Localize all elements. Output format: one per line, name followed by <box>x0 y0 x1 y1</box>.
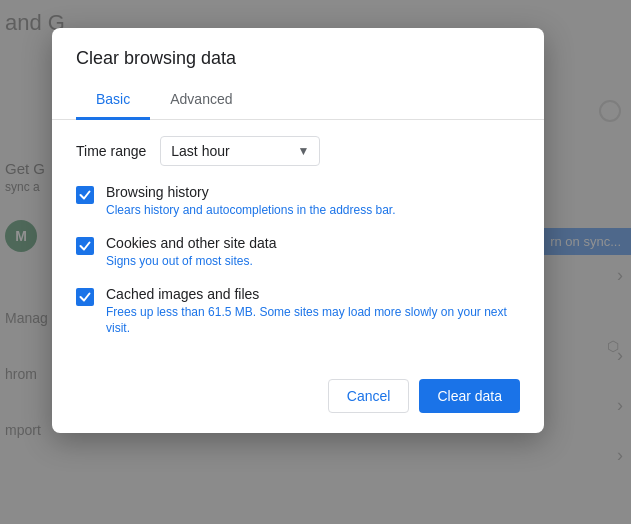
time-range-row: Time range Last hour ▼ <box>76 136 520 166</box>
time-range-select[interactable]: Last hour ▼ <box>160 136 320 166</box>
cookies-title: Cookies and other site data <box>106 235 276 251</box>
clear-data-button[interactable]: Clear data <box>419 379 520 413</box>
cached-desc: Frees up less than 61.5 MB. Some sites m… <box>106 304 520 338</box>
cancel-button[interactable]: Cancel <box>328 379 410 413</box>
cookies-desc: Signs you out of most sites. <box>106 253 276 270</box>
checkmark-icon-3 <box>79 291 91 303</box>
browsing-history-desc: Clears history and autocompletions in th… <box>106 202 396 219</box>
checkbox-cookies[interactable] <box>76 237 94 255</box>
checkbox-item-browsing-history: Browsing history Clears history and auto… <box>76 184 520 219</box>
checkbox-item-cached: Cached images and files Frees up less th… <box>76 286 520 338</box>
dialog-body: Time range Last hour ▼ Browsing history … <box>52 120 544 369</box>
checkmark-icon-2 <box>79 240 91 252</box>
checkbox-cached[interactable] <box>76 288 94 306</box>
time-range-label: Time range <box>76 143 146 159</box>
tab-basic[interactable]: Basic <box>76 81 150 120</box>
browsing-history-text-block: Browsing history Clears history and auto… <box>106 184 396 219</box>
checkbox-browsing-history[interactable] <box>76 186 94 204</box>
checkbox-item-cookies: Cookies and other site data Signs you ou… <box>76 235 520 270</box>
checkmark-icon <box>79 189 91 201</box>
dropdown-arrow-icon: ▼ <box>297 144 309 158</box>
cookies-text-block: Cookies and other site data Signs you ou… <box>106 235 276 270</box>
browsing-history-title: Browsing history <box>106 184 396 200</box>
tab-advanced[interactable]: Advanced <box>150 81 252 120</box>
cached-title: Cached images and files <box>106 286 520 302</box>
clear-browsing-data-dialog: Clear browsing data Basic Advanced Time … <box>52 28 544 433</box>
time-range-value: Last hour <box>171 143 229 159</box>
dialog-title: Clear browsing data <box>52 28 544 81</box>
dialog-footer: Cancel Clear data <box>52 369 544 413</box>
cached-text-block: Cached images and files Frees up less th… <box>106 286 520 338</box>
dialog-tabs: Basic Advanced <box>52 81 544 120</box>
